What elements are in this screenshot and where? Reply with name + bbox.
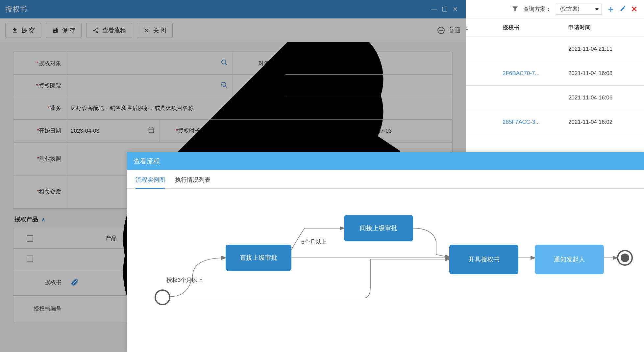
- auth-no-label: 授权书编号: [13, 305, 66, 312]
- calendar-icon[interactable]: [148, 126, 155, 135]
- submit-label: 提 交: [21, 26, 35, 34]
- status-indicator: 普通: [437, 26, 460, 35]
- table-row[interactable]: 2F6BAC70-7... 2021-11-04 16:08: [453, 61, 644, 86]
- save-button[interactable]: 保 存: [46, 23, 82, 38]
- auth-hospital-field[interactable]: [66, 75, 233, 97]
- svg-line-3: [225, 64, 227, 66]
- flow-label-upper-branch: 6个月以上: [301, 238, 327, 246]
- maximize-button[interactable]: ☐: [439, 5, 450, 13]
- search-icon[interactable]: [221, 81, 228, 90]
- flow-node-issue-auth: 开具授权书: [449, 245, 518, 274]
- edit-scheme-button[interactable]: [620, 5, 626, 13]
- auth-link[interactable]: 285F7ACC-3...: [503, 119, 568, 125]
- business-label: *业务: [13, 97, 66, 120]
- flow-end-node: [617, 250, 633, 266]
- search-icon[interactable]: [221, 59, 228, 68]
- auth-doc-label: 授权书: [13, 279, 66, 286]
- table-row[interactable]: 2021-11-04 16:06: [453, 86, 644, 110]
- flow-node-indirect-approval: 间接上级审批: [344, 215, 413, 241]
- query-scheme-select[interactable]: (空方案): [556, 4, 602, 15]
- flow-modal-title: 查看流程: [127, 152, 644, 170]
- flow-label-start-branch: 授权3个月以上: [166, 276, 203, 284]
- auth-link[interactable]: 2F6BAC70-7...: [503, 70, 568, 77]
- view-flow-button[interactable]: 查看流程: [86, 23, 132, 38]
- start-date-label: *开始日期: [13, 120, 66, 142]
- qualification-label: *相关资质: [13, 176, 66, 208]
- select-all-checkbox[interactable]: [13, 235, 46, 242]
- svg-line-5: [225, 86, 227, 88]
- flow-viewer-modal: 查看流程 流程实例图 执行情况列表 授权3个月以上 6个月以: [127, 152, 644, 352]
- tab-flow-diagram[interactable]: 流程实例图: [136, 176, 165, 189]
- chevron-up-icon: ∧: [41, 216, 45, 223]
- bg-table-header: 备注 授权书 申请时间: [453, 18, 644, 37]
- auth-target-label: *授权对象: [13, 52, 66, 75]
- flow-tabs: 流程实例图 执行情况列表: [127, 170, 644, 189]
- time-cell: 2021-11-04 16:06: [568, 95, 641, 101]
- table-row[interactable]: 285F7ACC-3... 2021-11-04 16:02: [453, 110, 644, 134]
- auth-hospital-label: *授权医院: [13, 75, 66, 97]
- time-cell: 2021-11-04 16:02: [568, 119, 641, 125]
- col-time: 申请时间: [568, 24, 641, 31]
- modal-title: 授权书: [5, 4, 27, 14]
- start-date-field[interactable]: 2023-04-03: [66, 120, 160, 142]
- minimize-button[interactable]: —: [429, 6, 439, 13]
- submit-button[interactable]: 提 交: [5, 23, 41, 38]
- auth-target-field[interactable]: [66, 52, 233, 75]
- close-button[interactable]: 关 闭: [137, 23, 173, 38]
- view-flow-label: 查看流程: [102, 26, 126, 34]
- flow-node-direct-approval: 直接上级审批: [226, 245, 291, 271]
- license-label: *营业执照: [13, 143, 66, 176]
- time-cell: 2021-11-04 16:08: [568, 70, 641, 77]
- flow-diagram-canvas: 授权3个月以上 6个月以上 直接上级审批 间接上级审批 开具授权书 通知发起人: [127, 189, 644, 347]
- background-list: 备注 授权书 申请时间 2021-11-04 21:11 2F6BAC70-7.…: [453, 18, 644, 134]
- filter-icon[interactable]: [511, 5, 519, 13]
- business-field[interactable]: 医疗设备配送、销售和售后服务，或具体项目名称: [66, 97, 452, 120]
- flow-node-notify: 通知发起人: [535, 245, 604, 274]
- svg-point-4: [222, 82, 226, 87]
- modal-toolbar: 提 交 保 存 查看流程 关 闭 普通: [0, 18, 466, 42]
- modal-titlebar: 授权书 — ☐ ✕: [0, 0, 466, 18]
- target-province-field[interactable]: [285, 52, 452, 75]
- svg-point-2: [222, 60, 226, 64]
- add-scheme-button[interactable]: ＋: [607, 3, 615, 15]
- save-label: 保 存: [62, 26, 75, 34]
- query-scheme-label: 查询方案：: [523, 5, 551, 13]
- delete-scheme-button[interactable]: ✕: [631, 5, 637, 14]
- flow-start-node: [155, 289, 170, 305]
- status-label: 普通: [449, 26, 460, 34]
- col-auth: 授权书: [503, 24, 568, 31]
- tab-execution-list[interactable]: 执行情况列表: [175, 176, 211, 188]
- row-checkbox[interactable]: [13, 256, 46, 262]
- hospital-province-field[interactable]: [285, 75, 452, 97]
- close-label: 关 闭: [153, 26, 166, 34]
- query-scheme-value: (空方案): [560, 6, 580, 13]
- table-row[interactable]: 2021-11-04 21:11: [453, 37, 644, 61]
- time-cell: 2021-11-04 21:11: [568, 46, 641, 52]
- products-section-title: 授权产品: [14, 215, 38, 223]
- close-window-button[interactable]: ✕: [450, 5, 460, 13]
- chevron-down-icon: [595, 8, 599, 11]
